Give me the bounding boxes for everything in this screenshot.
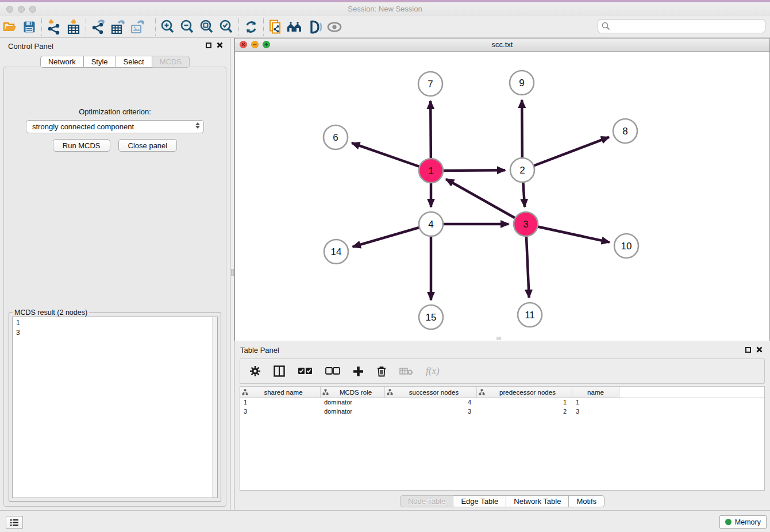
- table-cell[interactable]: 3: [240, 407, 321, 417]
- criterion-dropdown[interactable]: strongly connected component: [26, 120, 204, 133]
- split-panel-icon: [274, 365, 285, 377]
- edge-2-8[interactable]: [522, 137, 609, 170]
- network-graph[interactable]: 1234678910111415: [235, 52, 769, 341]
- new-network-from-selection-button[interactable]: [266, 18, 286, 36]
- node-6[interactable]: 6: [324, 125, 348, 149]
- memory-button[interactable]: Memory: [719, 515, 767, 529]
- mcds-result-group: MCDS result (2 nodes) 13: [9, 313, 221, 502]
- node-7[interactable]: 7: [418, 72, 442, 96]
- node-1[interactable]: 1: [419, 159, 443, 183]
- tab-style[interactable]: Style: [84, 56, 116, 68]
- search-input[interactable]: [598, 19, 765, 33]
- import-table-button[interactable]: [64, 18, 83, 36]
- table-cell[interactable]: 4: [385, 398, 477, 407]
- node-10[interactable]: 10: [614, 234, 638, 258]
- add-column-icon: [353, 366, 364, 377]
- export-table-button[interactable]: [108, 18, 128, 36]
- export-network-button[interactable]: [88, 18, 108, 36]
- tab-select[interactable]: Select: [116, 56, 152, 68]
- refresh-layout-button[interactable]: [241, 18, 261, 36]
- table-settings-button[interactable]: [249, 365, 261, 377]
- close-panel-icon[interactable]: [217, 42, 223, 48]
- save-session-button[interactable]: [20, 18, 39, 36]
- delete-column-button[interactable]: [376, 365, 387, 377]
- table-settings-icon: [249, 365, 261, 377]
- zoom-fit-button[interactable]: [197, 18, 217, 36]
- result-scrollbar[interactable]: [212, 317, 217, 498]
- list-icon: [10, 519, 19, 526]
- function-builder-button[interactable]: f(x): [426, 365, 440, 377]
- table-cell[interactable]: 2: [477, 407, 572, 417]
- mcds-panel: Optimization criterion: strongly connect…: [3, 67, 226, 507]
- table-cell[interactable]: 1: [572, 398, 619, 407]
- node-label: 1: [428, 165, 433, 176]
- tab-node-table[interactable]: Node Table: [400, 495, 454, 507]
- node-label: 4: [428, 219, 433, 230]
- table-cell[interactable]: dominator: [321, 407, 385, 417]
- table-cell[interactable]: 3: [572, 407, 619, 417]
- column-header-shared-name[interactable]: shared name: [240, 387, 321, 398]
- table-panel-header: Table Panel: [234, 342, 770, 357]
- hide-columns-button[interactable]: [325, 367, 340, 375]
- splitter-grip[interactable]: [231, 269, 234, 276]
- node-table[interactable]: shared nameMCDS rolesuccessor nodesprede…: [240, 386, 765, 491]
- zoom-in-button[interactable]: [158, 18, 178, 36]
- delete-table-button[interactable]: [399, 367, 413, 376]
- add-column-button[interactable]: [353, 366, 364, 377]
- table-toolbar: f(x): [240, 358, 765, 384]
- control-panel: Control Panel NetworkStyleSelectMCDS Opt…: [0, 38, 230, 510]
- control-panel-header: Control Panel: [0, 38, 230, 54]
- node-11[interactable]: 11: [518, 303, 542, 327]
- run-mcds-button[interactable]: Run MCDS: [53, 139, 110, 152]
- split-panel-button[interactable]: [274, 365, 285, 377]
- tab-network-table[interactable]: Network Table: [506, 495, 569, 507]
- node-14[interactable]: 14: [324, 240, 348, 264]
- ndex-button[interactable]: [305, 18, 325, 36]
- node-label: 6: [333, 132, 338, 143]
- criterion-dropdown-value: strongly connected component: [32, 122, 134, 131]
- open-session-button[interactable]: [0, 18, 20, 36]
- float-panel-icon[interactable]: [206, 43, 211, 48]
- table-cell[interactable]: dominator: [321, 398, 385, 407]
- table-row[interactable]: 1dominator411: [240, 398, 764, 407]
- tab-edge-table[interactable]: Edge Table: [453, 495, 506, 507]
- table-cell[interactable]: 1: [477, 398, 572, 407]
- table-column-headers: shared nameMCDS rolesuccessor nodesprede…: [240, 387, 764, 398]
- node-3[interactable]: 3: [514, 212, 538, 236]
- import-network-button[interactable]: [44, 18, 64, 36]
- close-panel-icon[interactable]: [756, 346, 763, 353]
- tab-network[interactable]: Network: [40, 56, 84, 68]
- tab-mcds[interactable]: MCDS: [152, 56, 190, 68]
- column-header-predecessor-nodes[interactable]: predecessor nodes: [477, 387, 572, 398]
- hide-icon: [326, 20, 343, 34]
- column-header-MCDS-role[interactable]: MCDS role: [321, 387, 385, 398]
- zoom-out-button[interactable]: [178, 18, 197, 36]
- column-header-name[interactable]: name: [572, 387, 619, 398]
- edge-3-1[interactable]: [446, 179, 526, 224]
- stepper-icon: [195, 122, 200, 129]
- table-cell[interactable]: 3: [385, 407, 477, 417]
- canvas-resize-grip[interactable]: [496, 337, 501, 340]
- export-image-button[interactable]: [128, 18, 147, 36]
- tab-motifs[interactable]: Motifs: [569, 495, 605, 507]
- mcds-result-area[interactable]: 13: [12, 317, 218, 498]
- edge-3-10[interactable]: [526, 224, 610, 242]
- node-15[interactable]: 15: [419, 305, 443, 329]
- first-neighbors-button[interactable]: [286, 18, 305, 36]
- hide-button[interactable]: [325, 18, 344, 36]
- node-8[interactable]: 8: [613, 119, 637, 143]
- network-window-titlebar[interactable]: scc.txt: [235, 38, 769, 52]
- node-2[interactable]: 2: [510, 158, 534, 182]
- toolbar-divider: [41, 18, 42, 36]
- show-panels-button[interactable]: [6, 516, 23, 529]
- node-4[interactable]: 4: [419, 212, 443, 236]
- show-columns-button[interactable]: [298, 367, 313, 375]
- close-panel-button[interactable]: Close panel: [118, 139, 178, 152]
- node-9[interactable]: 9: [510, 71, 534, 95]
- network-canvas[interactable]: 1234678910111415: [235, 52, 769, 341]
- table-cell[interactable]: 1: [240, 398, 321, 407]
- float-panel-icon[interactable]: [745, 347, 751, 353]
- zoom-selected-button[interactable]: [217, 18, 236, 36]
- table-row[interactable]: 3dominator323: [240, 407, 764, 417]
- column-header-successor-nodes[interactable]: successor nodes: [385, 387, 477, 398]
